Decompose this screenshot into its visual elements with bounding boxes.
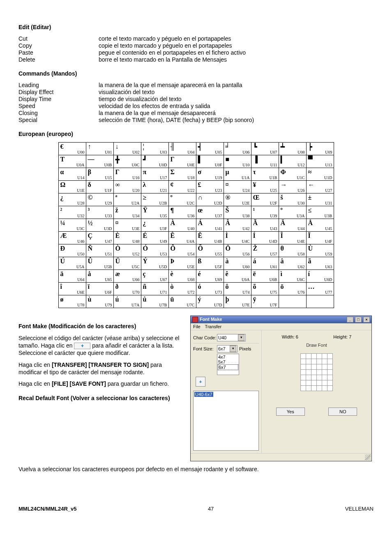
glyph-code: U03 — [160, 150, 167, 154]
charcode-combo[interactable]: U40▾ — [217, 334, 246, 341]
glyph-code: U1F — [105, 188, 112, 193]
glyph-code: U37 — [215, 214, 222, 218]
glyph-code: U33 — [105, 214, 112, 218]
glyph-code: U52 — [132, 252, 139, 256]
glyph-symbol: Œ — [253, 194, 260, 201]
glyph-symbol: ú — [115, 296, 119, 303]
glyph-cell: €U00 — [58, 143, 86, 155]
glyph-code: U74 — [242, 290, 249, 295]
glyph-symbol: ↓ — [115, 143, 119, 150]
commands-definitions: Leadingla manera de la que el mensaje ap… — [18, 82, 374, 123]
glyph-symbol: õ — [253, 283, 256, 290]
fontsize-combo[interactable]: 6x7▾ — [217, 345, 238, 352]
fontsize-list[interactable]: 4x7 5x7 6x7 — [217, 354, 239, 375]
glyph-code: U68 — [187, 277, 194, 282]
glyph-table: €U00↑U01↓U02¦U03╢U04┥U05╛U06┗U07┷U08┝U09… — [58, 142, 334, 308]
commands-heading: Commands (Mandos) — [18, 70, 374, 77]
glyph-symbol: ╛ — [226, 143, 230, 150]
glyph-cell: ÚU5A — [58, 257, 86, 270]
glyph-code: U3F — [160, 226, 167, 231]
glyph-symbol: ® — [226, 194, 231, 201]
glyph-cell: ≈U1D — [306, 168, 334, 181]
glyph-code: U14 — [77, 175, 84, 180]
glyph-cell: ÆU46 — [58, 232, 86, 244]
menu-file[interactable]: File — [193, 324, 201, 329]
glyph-code: U79 — [105, 303, 112, 307]
glyph-symbol: Þ — [171, 258, 175, 265]
glyph-symbol: β — [88, 168, 91, 176]
glyph-cell: ÛU5B — [86, 257, 113, 270]
page-footer: MML24CN/MML24R_v5 47 VELLEMAN — [18, 506, 374, 512]
glyph-symbol: τ — [253, 168, 256, 176]
glyph-code: U7B — [159, 303, 167, 307]
glyph-symbol: Í — [253, 232, 256, 240]
glyph-symbol: Ð — [60, 245, 65, 252]
glyph-code: U34 — [132, 214, 139, 218]
glyph-symbol: ┷ — [281, 143, 285, 151]
glyph-symbol: Ì — [226, 232, 228, 240]
minimize-button[interactable]: _ — [347, 317, 353, 322]
glyph-cell: ¢U22 — [168, 181, 196, 193]
resize-grip-icon[interactable] — [365, 454, 371, 460]
glyph-code: U5E — [187, 265, 194, 269]
yes-button[interactable]: Yes — [276, 408, 305, 416]
chevron-down-icon[interactable]: ▾ — [230, 345, 236, 352]
glyph-cell: μU1A — [224, 168, 251, 181]
glyph-cell: úU7A — [113, 295, 141, 308]
pixel-grid[interactable] — [300, 353, 333, 391]
glyph-cell: ŸU35 — [141, 206, 168, 219]
glyph-symbol: Γ — [115, 168, 120, 176]
glyph-symbol: é — [198, 270, 201, 278]
glyph-code: U55 — [215, 252, 222, 256]
glyph-code: U11 — [270, 163, 277, 167]
glyph-code: U7A — [131, 303, 139, 307]
definition-term: Display Time — [18, 96, 99, 102]
glyph-code: U1B — [270, 175, 277, 180]
char-tree[interactable]: U40-6x7 — [193, 391, 259, 451]
glyph-cell: óU73 — [196, 283, 224, 295]
glyph-symbol: ¦ — [143, 143, 145, 150]
glyph-code: U56 — [242, 252, 249, 256]
glyph-cell: ÙU59 — [306, 244, 334, 257]
glyph-code: U49 — [160, 239, 167, 244]
glyph-cell: üU7C — [168, 295, 196, 308]
menu-transfer[interactable]: Transfer — [205, 324, 222, 329]
glyph-cell: ╛U06 — [224, 143, 251, 155]
glyph-code: U4D — [269, 239, 277, 244]
glyph-symbol: ╢ — [171, 143, 175, 150]
glyph-symbol: → — [281, 181, 287, 189]
glyph-cell: ←U27 — [306, 181, 334, 193]
glyph-code: U39 — [270, 214, 277, 218]
glyph-symbol: û — [143, 296, 147, 303]
add-char-button[interactable]: + — [196, 377, 205, 387]
glyph-symbol: ½ — [88, 219, 93, 227]
glyph-symbol: ¿ — [143, 219, 146, 227]
glyph-symbol: ã — [308, 258, 311, 265]
glyph-symbol: ä — [60, 270, 64, 278]
glyph-code: U41 — [215, 226, 222, 231]
definition-desc: corte el texto marcado y péguelo en el p… — [99, 35, 374, 42]
glyph-cell: ≥U2B — [141, 193, 168, 206]
glyph-symbol: ∩ — [198, 194, 203, 201]
glyph-cell: ÓU53 — [141, 244, 168, 257]
chevron-down-icon[interactable]: ▾ — [238, 334, 244, 341]
close-button[interactable]: × — [363, 317, 370, 322]
height-label: Height: 7 — [333, 334, 351, 339]
definition-desc: pegue el contenido en el portapapeles en… — [99, 49, 374, 56]
glyph-code: U73 — [215, 290, 222, 295]
tree-item[interactable]: U40-6x7 — [194, 392, 213, 397]
glyph-symbol: ¶ — [171, 207, 174, 214]
glyph-cell: ÅU45 — [306, 219, 334, 232]
glyph-symbol: ² — [60, 207, 62, 214]
no-button[interactable]: NO — [328, 408, 357, 416]
glyph-cell: ¥U25 — [251, 181, 279, 193]
glyph-code: U20 — [132, 188, 139, 193]
glyph-symbol: æ — [115, 270, 120, 278]
glyph-cell: ÈU48 — [113, 232, 141, 244]
maximize-button[interactable]: □ — [355, 317, 362, 322]
glyph-symbol: Á — [198, 219, 203, 227]
glyph-cell: çU67 — [141, 270, 168, 283]
glyph-cell: ΓU0E — [168, 155, 196, 168]
glyph-code: U0E — [187, 163, 194, 167]
glyph-symbol: ▀ — [308, 156, 313, 163]
